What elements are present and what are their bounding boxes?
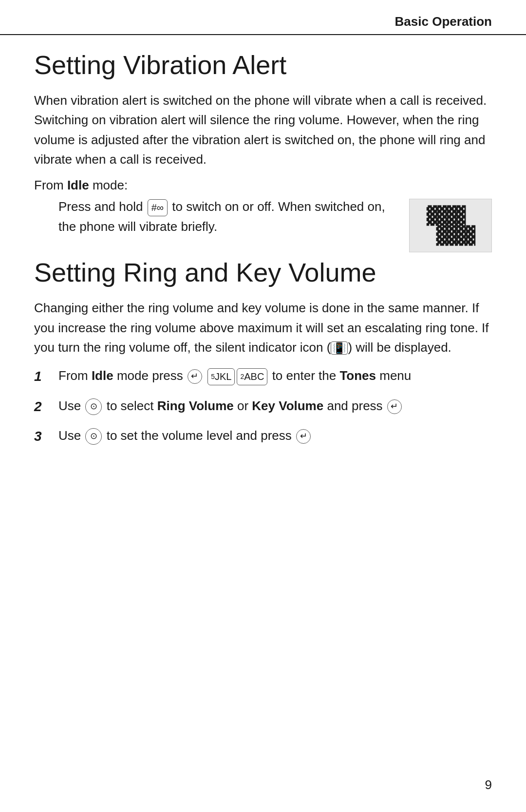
- from-mode-label: From: [34, 178, 67, 192]
- section2: Setting Ring and Key Volume Changing eit…: [34, 257, 492, 447]
- step-2-number: 2: [34, 396, 58, 417]
- silent-icon: 📳: [331, 341, 348, 355]
- step-2: 2 Use ⊙ to select Ring Volume or Key Vol…: [34, 396, 492, 417]
- section1-intro: When vibration alert is switched on the …: [34, 91, 492, 169]
- step-1: 1 From Idle mode press ↵ 5JKL2ABC to ent…: [34, 366, 492, 387]
- 2abc-button: 2ABC: [237, 368, 267, 385]
- page-number: 9: [485, 777, 492, 793]
- from-mode-word: Idle: [67, 178, 89, 192]
- press-hold-text: Press and hold: [58, 199, 147, 214]
- step-3-content: Use ⊙ to set the volume level and press …: [58, 426, 492, 445]
- instruction-text: Press and hold #∞ to switch on or off. W…: [58, 197, 409, 236]
- 5jkl-button: 5JKL: [207, 368, 235, 385]
- step-1-content: From Idle mode press ↵ 5JKL2ABC to enter…: [58, 366, 492, 385]
- step-3: 3 Use ⊙ to set the volume level and pres…: [34, 426, 492, 447]
- nav-button-3: ⊙: [85, 428, 102, 445]
- ok-button-1: ↵: [188, 369, 202, 384]
- vibration-image: ▓▓▓▓ ▓▓▓▓: [409, 199, 492, 252]
- instruction-block: Press and hold #∞ to switch on or off. W…: [58, 197, 492, 252]
- nav-button-2: ⊙: [85, 398, 102, 415]
- tones-bold: Tones: [339, 368, 376, 383]
- section1-title: Setting Vibration Alert: [34, 50, 492, 80]
- section2-title: Setting Ring and Key Volume: [34, 257, 492, 287]
- step-1-number: 1: [34, 366, 58, 387]
- page-header: Basic Operation: [0, 0, 526, 35]
- step-2-content: Use ⊙ to select Ring Volume or Key Volum…: [58, 396, 492, 415]
- content-area: Setting Vibration Alert When vibration a…: [0, 50, 526, 447]
- ok-button-2: ↵: [387, 399, 402, 414]
- header-title: Basic Operation: [395, 14, 492, 29]
- key-volume-bold: Key Volume: [252, 398, 323, 413]
- ok-button-3: ↵: [296, 429, 311, 444]
- step-3-number: 3: [34, 426, 58, 447]
- vibration-icon: ▓▓▓▓ ▓▓▓▓: [427, 206, 474, 245]
- ring-volume-bold: Ring Volume: [157, 398, 234, 413]
- idle-bold-1: Idle: [92, 368, 113, 383]
- from-mode-line: From Idle mode:: [34, 178, 492, 193]
- from-mode-suffix: mode:: [89, 178, 128, 192]
- hash-button-icon: #∞: [148, 199, 168, 216]
- section2-intro: Changing either the ring volume and key …: [34, 298, 492, 357]
- steps-list: 1 From Idle mode press ↵ 5JKL2ABC to ent…: [34, 366, 492, 447]
